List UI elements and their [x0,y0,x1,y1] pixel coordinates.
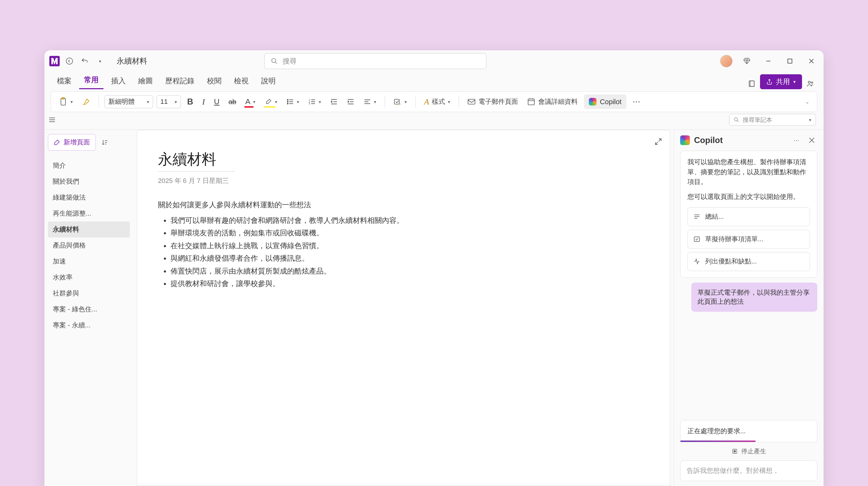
ribbon-tabs: 檔案 常用 插入 繪圖 歷程記錄 校閱 檢視 說明 共用 ▾ [44,72,824,89]
page-item[interactable]: 專案 - 綠色住... [48,301,130,317]
meeting-details-button[interactable]: 會議詳細資料 [524,94,581,109]
note-bullet: 我們可以舉辦有趣的研討會和網路研討會，教導人們永續材料相關內容。 [170,215,649,226]
search-input[interactable]: 搜尋 [264,53,486,69]
note-body[interactable]: 關於如何讓更多人參與永續材料運動的一些想法 我們可以舉辦有趣的研討會和網路研討會… [158,199,649,290]
copilot-ribbon-button[interactable]: Copilot [584,94,626,109]
font-size-select[interactable]: 11▾ [157,95,181,108]
italic-button[interactable]: I [199,94,208,109]
copilot-more-button[interactable]: ⋯ [791,135,802,146]
svg-point-1 [272,59,276,63]
page-item[interactable]: 社群參與 [48,285,130,301]
svg-rect-9 [62,98,65,99]
svg-point-10 [287,99,288,100]
svg-rect-31 [394,99,399,104]
svg-rect-32 [468,99,475,104]
ribbon-more-button[interactable]: ⋯ [630,94,644,109]
bullets-button[interactable]: ▾ [284,94,302,109]
svg-rect-3 [788,59,792,63]
underline-button[interactable]: U [211,94,222,109]
back-button[interactable] [64,56,75,67]
align-button[interactable]: ▾ [361,94,379,109]
tab-help[interactable]: 說明 [256,73,281,89]
note-bullet: 提供教材和研討會，讓學校參與。 [170,278,649,290]
title-bar: ▾ 永續材料 搜尋 [44,50,824,72]
qat-more-button[interactable]: ▾ [94,56,106,67]
sort-pages-button[interactable] [99,137,110,148]
copilot-icon [589,98,596,106]
page-item[interactable]: 再生能源整... [48,206,130,221]
copilot-stop-button[interactable]: 停止產生 [680,447,817,455]
page-item[interactable]: 綠建築做法 [48,190,130,206]
minimize-button[interactable] [761,54,776,68]
note-title[interactable]: 永續材料 [158,150,649,169]
tab-home[interactable]: 常用 [79,72,103,89]
tab-file[interactable]: 檔案 [52,73,76,89]
nav-toggle-button[interactable] [47,114,58,125]
notebook-search-input[interactable]: 搜尋筆記本 ▾ [729,114,816,126]
svg-point-0 [66,58,73,64]
styles-button[interactable]: A樣式▾ [421,94,453,109]
tab-view[interactable]: 檢視 [229,73,253,89]
bold-button[interactable]: B [184,94,196,109]
outdent-button[interactable] [327,94,341,109]
copilot-title: Copilot [694,135,787,145]
font-color-button[interactable]: A▾ [242,94,258,109]
teams-button[interactable] [805,78,816,89]
page-item[interactable]: 加速 [48,253,130,269]
svg-point-6 [808,81,810,83]
svg-rect-47 [694,237,700,241]
note-canvas[interactable]: 永續材料 2025 年 6 月 7 日星期三 關於如何讓更多人參與永續材料運動的… [137,130,670,486]
close-button[interactable] [804,54,819,68]
numbering-button[interactable]: 123▾ [306,94,324,109]
strikethrough-button[interactable]: ab [226,94,239,109]
copilot-intro-card: 我可以協助您產生構想、製作待辦事項清單、摘要您的筆記，以及識別重點和動作項目。 … [680,151,817,278]
copilot-pane: Copilot ⋯ 我可以協助您產生構想、製作待辦事項清單、摘要您的筆記，以及識… [674,130,824,486]
paste-button[interactable]: ▾ [56,94,76,109]
share-icon [766,79,773,85]
svg-point-11 [287,101,288,102]
page-item[interactable]: 永續材料 [48,221,130,237]
copilot-close-button[interactable] [806,135,817,146]
expand-button[interactable] [654,138,662,145]
note-date: 2025 年 6 月 7 日星期三 [158,176,649,185]
body: 新增頁面 簡介關於我們綠建築做法再生能源整...永續材料產品與價格加速水效率社群… [44,129,824,486]
copilot-suggestion-summarize[interactable]: 總結... [687,207,810,226]
page-item[interactable]: 專案 - 永續... [48,317,130,333]
page-item[interactable]: 產品與價格 [48,237,130,253]
email-page-button[interactable]: 電子郵件頁面 [465,94,521,109]
page-item[interactable]: 關於我們 [48,174,130,190]
diamond-icon[interactable] [740,54,754,68]
page-item[interactable]: 水效率 [48,269,130,285]
note-bullet: 佈置快閃店，展示由永續材質所製成的酷炫產品。 [170,266,649,277]
copilot-suggestion-proscons[interactable]: 列出優點和缺點... [687,252,810,271]
copilot-suggestion-todo[interactable]: 草擬待辦事項清單... [687,230,810,249]
note-intro: 關於如何讓更多人參與永續材料運動的一些想法 [158,199,649,211]
note-bullet: 舉辦環境友善的活動，例如集市或回收磁碟機。 [170,227,649,239]
indent-button[interactable] [344,94,357,109]
tab-review[interactable]: 校閱 [202,73,226,89]
copilot-user-message: 草擬正式電子郵件，以與我的主管分享此頁面上的想法 [691,283,817,312]
ribbon-collapse-button[interactable]: ⌄ [803,94,812,109]
page-list-panel: 新增頁面 簡介關於我們綠建築做法再生能源整...永續材料產品與價格加速水效率社群… [44,130,133,486]
svg-point-40 [734,118,737,121]
tab-insert[interactable]: 插入 [106,73,131,89]
note-bullet: 與網紅和永續發倡導者合作，以傳播訊息。 [170,253,649,264]
share-label: 共用 [776,77,790,86]
highlight-button[interactable]: ▾ [262,94,280,109]
format-painter-button[interactable] [79,94,93,109]
add-page-button[interactable]: 新增頁面 [48,134,96,151]
share-button[interactable]: 共用 ▾ [760,74,802,89]
copilot-input[interactable]: 告訴我您想做什麼。對於構想， [680,460,817,481]
tab-history[interactable]: 歷程記錄 [160,73,199,89]
tag-button[interactable]: ▾ [391,94,410,109]
maximize-button[interactable] [783,54,797,68]
stop-icon [732,448,738,454]
page-item[interactable]: 簡介 [48,158,130,174]
search-icon [271,58,278,65]
page-view-button[interactable] [746,78,757,89]
tab-draw[interactable]: 繪圖 [133,73,158,89]
avatar[interactable] [720,55,733,67]
undo-button[interactable] [79,56,90,67]
font-name-select[interactable]: 新細明體▾ [105,95,153,108]
ribbon: ▾ 新細明體▾ 11▾ B I U ab A▾ ▾ ▾ 123▾ ▾ ▾ A樣式… [51,91,817,112]
